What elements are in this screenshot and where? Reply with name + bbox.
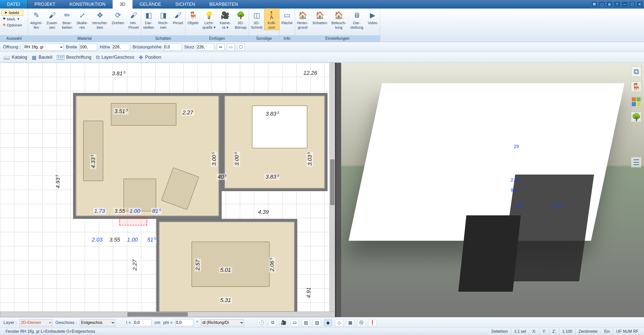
group-schatten: Schatten: [141, 35, 185, 42]
group-info: Info: [279, 35, 295, 42]
lichtquelle-button[interactable]: 💡Licht- quelle ▾: [201, 9, 218, 30]
flaeche-button[interactable]: ▭Fläche: [279, 9, 295, 25]
3dbitmap-button[interactable]: 🌳3D- Bitmap: [233, 9, 249, 30]
status-z: Z:: [549, 328, 559, 335]
rechnen-button[interactable]: ◨Rech- nen: [156, 9, 171, 30]
select-button[interactable]: ➤Selekt: [2, 10, 23, 16]
optionen-button[interactable]: ✚Optionen: [2, 22, 23, 28]
mark-button[interactable]: ⚑Mark. ▾: [2, 16, 23, 22]
bauteil-button[interactable]: ▦Bauteil: [32, 54, 52, 60]
dim-d2: 2.57: [195, 259, 201, 272]
camera2-icon[interactable]: 🎥: [280, 319, 288, 326]
hintergrund-button[interactable]: 🏠Hinter- grund: [295, 9, 310, 30]
layer-geschoss-button[interactable]: ⧉Layer/Geschoss: [96, 54, 134, 60]
l-input[interactable]: [134, 319, 151, 326]
oeffnung-label: Öffnung :: [3, 45, 21, 50]
beschriftung-button[interactable]: TXTBeschriftung: [57, 55, 91, 60]
tree-tool[interactable]: 🌳: [631, 112, 641, 122]
objekt-button[interactable]: 🪑Objekt: [185, 9, 200, 25]
abgreifen-button[interactable]: ✎Abgrei- fen: [28, 9, 44, 30]
hoehe-input[interactable]: [113, 44, 130, 51]
cursor-icon: ➤: [4, 10, 8, 15]
menu-tool[interactable]: ☰: [631, 157, 641, 168]
3d-side-tools: ⧉ 🪑 🌳 ☰: [631, 66, 641, 168]
pane-divider[interactable]: [335, 63, 336, 317]
hinpinsel-button[interactable]: 🖌Hin. Pinsel: [126, 9, 141, 30]
selected-opening[interactable]: [119, 217, 147, 225]
darstellen-button[interactable]: ◧Dar- stellen: [141, 9, 156, 30]
plan-scroll-h[interactable]: [0, 312, 335, 317]
furniture-tool[interactable]: 🪑: [631, 81, 641, 92]
outline-icon[interactable]: ◇: [335, 319, 343, 326]
close-icon[interactable]: ✕: [636, 1, 643, 7]
tab-projekt[interactable]: PROJEKT: [27, 0, 62, 9]
oeffnung-type[interactable]: RH 1flg. gr: [23, 44, 63, 51]
align-button[interactable]: ▭: [227, 44, 235, 51]
breite-input[interactable]: [80, 44, 97, 51]
tab-bearbeiten[interactable]: BEARBEITEN: [202, 0, 245, 9]
plan-scroll-v[interactable]: [330, 63, 335, 317]
dim-bed1: 3.83⁵: [265, 111, 280, 117]
tree-icon: 🌳: [236, 10, 246, 20]
tab-gelaende[interactable]: GELÄNDE: [133, 0, 168, 9]
main-tabs: DATEI PROJEKT KONSTRUKTION 3D GELÄNDE SI…: [0, 0, 644, 9]
paint-icon: 🖌: [47, 10, 57, 20]
darstellung-button[interactable]: 🖥Dar- stellung: [348, 9, 365, 30]
secondary-toolbar: 📖Katalog ▦Bauteil TXTBeschriftung ⧉Layer…: [0, 52, 644, 63]
north-icon[interactable]: Ⓝ: [357, 319, 365, 326]
tab-sichten[interactable]: SICHTEN: [168, 0, 202, 9]
maximize-icon[interactable]: ☐: [629, 1, 635, 7]
hatch1-icon[interactable]: ▨: [302, 319, 310, 326]
layer-select[interactable]: 2D-Elemen: [20, 319, 52, 326]
zuweisen-button[interactable]: 🖌Zuwei- sen: [44, 9, 60, 30]
sturz-input[interactable]: [197, 44, 214, 51]
flip-h-button[interactable]: ⇔: [217, 44, 224, 51]
info-icon[interactable]: ❗: [368, 319, 376, 326]
katalog-button[interactable]: 📖Katalog: [4, 54, 27, 60]
screen-button[interactable]: 🖵: [237, 44, 245, 51]
hatch2-icon[interactable]: ▧: [313, 319, 321, 326]
stack-icon[interactable]: ⧉: [269, 319, 277, 326]
bearbeiten-button[interactable]: ✏Bear- beiten: [60, 9, 74, 30]
minimize-icon[interactable]: ─: [621, 1, 628, 7]
kollision-button[interactable]: 🚶Kolli- sion: [265, 9, 279, 30]
bruest-input[interactable]: [164, 44, 182, 51]
help-icon[interactable]: ?: [614, 1, 620, 7]
geschoss-select[interactable]: Erdgeschos: [80, 319, 115, 326]
solid-icon[interactable]: ◆: [324, 319, 332, 326]
kamera-button[interactable]: 🎥Kame- ra ▾: [218, 9, 233, 30]
plan-view[interactable]: 3.81⁵ 12.26 4.93⁵ 3.51⁵ 2.27 4.33⁵ 3.00⁵…: [0, 63, 335, 317]
furniture-table: [123, 179, 156, 211]
dim-b5: 2.03: [91, 237, 104, 243]
status-x: X:: [529, 328, 539, 335]
tab-konstruktion[interactable]: KONSTRUKTION: [62, 0, 113, 9]
dim-l6: 40⁵: [217, 174, 227, 180]
3d-view[interactable]: 29 2.26 81⁵ 1.00 2.03 ⧉ 🪑 🌳 ☰: [341, 63, 644, 317]
beleuchtung-button[interactable]: 🏠Beleuch- tung: [329, 9, 348, 30]
layers2-icon[interactable]: 🗂: [291, 319, 299, 326]
screen-icon[interactable]: 🖥: [606, 1, 613, 7]
group-einstellungen: Einstellungen: [295, 35, 380, 42]
geschoss-label: Geschoss :: [55, 320, 77, 325]
tools-icon[interactable]: 🛠: [591, 1, 598, 7]
clock-icon[interactable]: 🕑: [257, 319, 266, 326]
3dschnitt-button[interactable]: ◫3D- Schnitt: [249, 9, 265, 30]
schatten-button[interactable]: 🏠Schatten: [310, 9, 329, 25]
position-button[interactable]: ✥Position: [139, 54, 161, 60]
tab-file[interactable]: DATEI: [0, 0, 27, 9]
mode-select[interactable]: dl (Richtung/Di: [201, 319, 244, 326]
colors-tool[interactable]: [631, 96, 641, 107]
video-button[interactable]: ▶Video: [365, 9, 380, 25]
verschieben-button[interactable]: ✥Verschie- ben: [90, 9, 110, 30]
grid-icon[interactable]: ▦: [346, 319, 354, 326]
pinsel-button[interactable]: 🖌Pinsel: [171, 9, 185, 25]
slice-icon: ◫: [252, 10, 262, 20]
status-unit: Zentimeter: [575, 328, 601, 335]
skalieren-button[interactable]: ⤢Skalie- ren: [74, 9, 90, 30]
phi-input[interactable]: [176, 319, 193, 326]
tab-3d[interactable]: 3D: [113, 0, 133, 9]
drehen-button[interactable]: ⟳Drehen: [110, 9, 126, 25]
window-icon[interactable]: ▢: [599, 1, 605, 7]
dim-d6: 4.91: [305, 286, 312, 299]
layers-tool[interactable]: ⧉: [631, 66, 641, 77]
